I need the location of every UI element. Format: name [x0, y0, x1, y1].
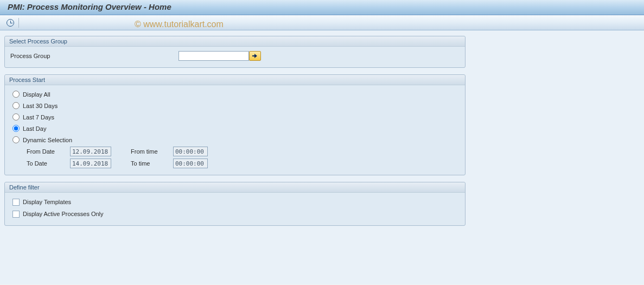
page-title: PMI: Process Monitoring Overview - Home — [8, 2, 171, 11]
to-time-input[interactable] — [173, 159, 208, 168]
radio-display-all-label: Display All — [23, 91, 50, 98]
group-title-define-filter: Define filter — [5, 182, 465, 193]
to-date-input[interactable] — [70, 159, 111, 168]
process-group-input[interactable] — [178, 51, 249, 61]
from-time-input[interactable] — [173, 147, 208, 156]
radio-display-all[interactable]: Display All — [10, 88, 460, 100]
radio-last-7[interactable]: Last 7 Days — [10, 111, 460, 123]
radio-dynamic-input[interactable] — [12, 136, 20, 143]
radio-display-all-input[interactable] — [12, 91, 20, 98]
search-help-button[interactable] — [249, 51, 261, 61]
group-define-filter: Define filter Display Templates Display … — [4, 182, 466, 226]
process-group-label: Process Group — [10, 53, 81, 59]
group-process-start: Process Start Display All Last 30 Days L… — [4, 74, 466, 175]
row-from-date: From Date From time — [10, 145, 460, 157]
radio-last-30-input[interactable] — [12, 102, 20, 109]
application-toolbar — [0, 15, 644, 30]
radio-last-30-label: Last 30 Days — [23, 103, 58, 109]
execute-icon[interactable] — [7, 19, 14, 27]
checkbox-display-active[interactable] — [12, 211, 20, 218]
group-select-process: Select Process Group Process Group — [4, 36, 466, 68]
to-date-label: To Date — [27, 160, 70, 167]
group-title-select-process: Select Process Group — [5, 36, 465, 47]
check-display-templates[interactable]: Display Templates — [10, 196, 460, 208]
from-date-input[interactable] — [70, 147, 111, 156]
main-canvas: Select Process Group Process Group Proce… — [0, 30, 644, 284]
row-to-date: To Date To time — [10, 157, 460, 169]
radio-last-day-label: Last Day — [23, 125, 46, 132]
title-bar: PMI: Process Monitoring Overview - Home — [0, 0, 644, 15]
toolbar-separator — [18, 18, 19, 28]
checkbox-display-active-label: Display Active Processes Only — [23, 211, 104, 217]
arrow-right-icon — [252, 54, 258, 58]
from-date-label: From Date — [27, 148, 70, 155]
to-time-label: To time — [131, 160, 173, 167]
radio-last-day[interactable]: Last Day — [10, 123, 460, 134]
check-display-active[interactable]: Display Active Processes Only — [10, 208, 460, 220]
checkbox-display-templates[interactable] — [12, 199, 20, 206]
radio-dynamic-label: Dynamic Selection — [23, 137, 72, 143]
from-time-label: From time — [131, 148, 173, 155]
radio-last-7-label: Last 7 Days — [23, 114, 54, 121]
radio-last-30[interactable]: Last 30 Days — [10, 100, 460, 111]
radio-last-day-input[interactable] — [12, 125, 20, 132]
group-title-process-start: Process Start — [5, 75, 465, 85]
checkbox-display-templates-label: Display Templates — [23, 199, 71, 205]
radio-dynamic[interactable]: Dynamic Selection — [10, 134, 460, 145]
radio-last-7-input[interactable] — [12, 113, 20, 121]
field-process-group: Process Group — [10, 50, 460, 62]
